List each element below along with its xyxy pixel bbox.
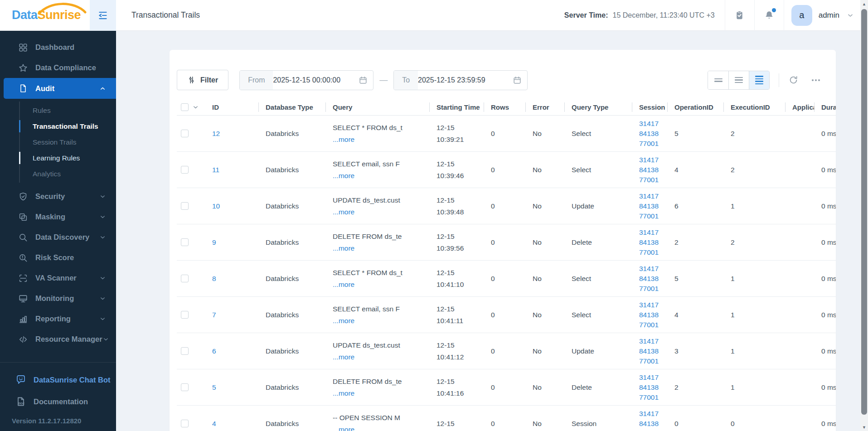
query-more-link[interactable]: ...more: [333, 208, 354, 216]
column-header-executionid[interactable]: ExecutionID: [723, 99, 785, 115]
scroll-up-arrow[interactable]: ▲: [860, 0, 868, 8]
from-datetime-input[interactable]: [273, 76, 357, 84]
row-checkbox[interactable]: [181, 347, 189, 355]
event-id-link[interactable]: 6: [212, 347, 216, 355]
sidebar-subitem-rules[interactable]: Rules: [20, 102, 116, 118]
column-header-query-type[interactable]: Query Type: [564, 99, 632, 115]
session-id-link[interactable]: 84138: [639, 237, 667, 247]
session-id-link[interactable]: 84138: [639, 274, 667, 284]
query-more-link[interactable]: ...more: [333, 317, 354, 324]
session-id-link[interactable]: 77001: [639, 356, 667, 366]
column-header-rows[interactable]: Rows: [484, 99, 525, 115]
event-id-link[interactable]: 5: [212, 383, 216, 391]
session-id-link[interactable]: 31417: [639, 228, 667, 237]
density-compact-button[interactable]: [708, 71, 728, 89]
sidebar-subitem-analytics[interactable]: Analytics: [20, 166, 116, 182]
session-id-link[interactable]: 77001: [639, 320, 667, 330]
query-more-link[interactable]: ...more: [333, 281, 354, 288]
session-id-link[interactable]: 31417: [639, 119, 667, 129]
more-options-button[interactable]: [810, 75, 821, 86]
query-more-link[interactable]: ...more: [333, 389, 354, 397]
session-id-link[interactable]: 77001: [639, 139, 667, 149]
event-id-link[interactable]: 10: [212, 202, 220, 210]
session-id-link[interactable]: 77001: [639, 284, 667, 294]
session-id-link[interactable]: 84138: [639, 419, 667, 429]
sidebar-item-resource-manager[interactable]: Resource Manager: [0, 329, 116, 349]
session-id-link[interactable]: 84138: [639, 201, 667, 211]
sidebar-item-reporting[interactable]: Reporting: [0, 309, 116, 329]
bulk-actions-chevron[interactable]: [192, 104, 205, 111]
session-id-link[interactable]: 77001: [639, 175, 667, 185]
user-menu[interactable]: a admin: [791, 5, 854, 26]
calendar-icon[interactable]: [359, 76, 368, 85]
sidebar-item-audit[interactable]: Audit: [4, 78, 116, 99]
query-more-link[interactable]: ...more: [333, 426, 354, 431]
session-id-link[interactable]: 84138: [639, 310, 667, 320]
event-id-link[interactable]: 12: [212, 130, 220, 137]
column-header-duration[interactable]: Duration: [814, 99, 836, 115]
session-id-link[interactable]: 84138: [639, 383, 667, 392]
sidebar-item-masking[interactable]: Masking: [0, 207, 116, 227]
session-id-link[interactable]: 31417: [639, 155, 667, 165]
column-header-error[interactable]: Error: [525, 99, 564, 115]
event-id-link[interactable]: 11: [212, 166, 219, 174]
sidebar-item-monitoring[interactable]: Monitoring: [0, 288, 116, 309]
sidebar-subitem-session-trails[interactable]: Session Trails: [20, 134, 116, 150]
row-checkbox[interactable]: [181, 202, 189, 210]
sidebar-item-chatbot[interactable]: DataSunrise Chat Bot: [0, 369, 116, 391]
sidebar-item-documentation[interactable]: DOC Documentation: [0, 391, 116, 412]
query-more-link[interactable]: ...more: [333, 172, 354, 179]
row-checkbox[interactable]: [181, 311, 189, 319]
sidebar-item-dashboard[interactable]: Dashboard: [0, 37, 116, 58]
event-id-link[interactable]: 7: [212, 311, 216, 319]
density-expanded-button[interactable]: [749, 71, 769, 89]
tasks-button[interactable]: [725, 0, 754, 31]
sidebar-subitem-learning-rules[interactable]: Learning Rules: [20, 150, 116, 166]
column-header-id[interactable]: ID: [205, 99, 258, 115]
row-checkbox[interactable]: [181, 238, 189, 246]
to-datetime-input[interactable]: [418, 76, 511, 84]
row-checkbox[interactable]: [181, 275, 189, 282]
select-all-checkbox[interactable]: [181, 103, 189, 111]
query-more-link[interactable]: ...more: [333, 136, 354, 143]
sidebar-item-data-discovery[interactable]: Data Discovery: [0, 227, 116, 247]
session-id-link[interactable]: 31417: [639, 300, 667, 310]
query-more-link[interactable]: ...more: [333, 353, 354, 361]
session-id-link[interactable]: 77001: [639, 429, 667, 431]
column-header-database-type[interactable]: Database Type: [258, 99, 325, 115]
query-more-link[interactable]: ...more: [333, 244, 354, 252]
column-header-application[interactable]: Application: [785, 99, 814, 115]
column-header-session[interactable]: Session: [632, 99, 667, 115]
session-id-link[interactable]: 77001: [639, 392, 667, 402]
refresh-button[interactable]: [788, 75, 799, 85]
session-id-link[interactable]: 77001: [639, 211, 667, 221]
sidebar-item-risk-score[interactable]: Risk Score: [0, 247, 116, 268]
sidebar-item-security[interactable]: Security: [0, 186, 116, 207]
vertical-scrollbar[interactable]: ▲ ▼: [860, 0, 868, 431]
column-header-query[interactable]: Query: [325, 99, 429, 115]
session-id-link[interactable]: 31417: [639, 191, 667, 201]
session-id-link[interactable]: 84138: [639, 129, 667, 139]
scrollbar-thumb[interactable]: [861, 9, 867, 415]
row-checkbox[interactable]: [181, 166, 189, 174]
session-id-link[interactable]: 31417: [639, 264, 667, 274]
scroll-down-arrow[interactable]: ▼: [860, 423, 868, 431]
sidebar-item-va-scanner[interactable]: VA Scanner: [0, 268, 116, 288]
row-checkbox[interactable]: [181, 130, 189, 137]
session-id-link[interactable]: 31417: [639, 409, 667, 419]
notifications-button[interactable]: [755, 0, 784, 31]
event-id-link[interactable]: 4: [212, 420, 216, 427]
filter-button[interactable]: Filter: [177, 70, 228, 90]
session-id-link[interactable]: 84138: [639, 346, 667, 356]
session-id-link[interactable]: 31417: [639, 336, 667, 346]
event-id-link[interactable]: 9: [212, 238, 216, 246]
sidebar-item-data-compliance[interactable]: Data Compliance: [0, 58, 116, 78]
event-id-link[interactable]: 8: [212, 275, 216, 282]
row-checkbox[interactable]: [181, 383, 189, 391]
sidebar-collapse-button[interactable]: [90, 0, 116, 31]
session-id-link[interactable]: 84138: [639, 165, 667, 175]
calendar-icon[interactable]: [513, 76, 522, 85]
column-header-operationid[interactable]: OperationID: [667, 99, 723, 115]
session-id-link[interactable]: 31417: [639, 373, 667, 383]
sidebar-subitem-transactional-trails[interactable]: Transactional Trails: [20, 118, 116, 134]
